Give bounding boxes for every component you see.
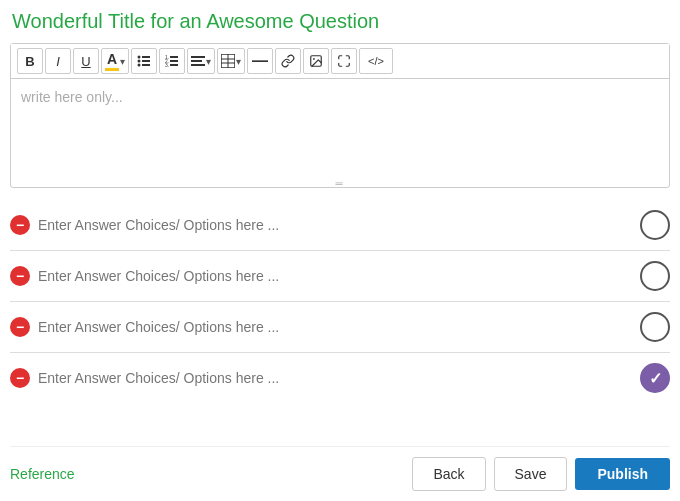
- remove-answer-2-button[interactable]: −: [10, 266, 30, 286]
- svg-rect-12: [191, 56, 205, 58]
- answer-input-3[interactable]: [38, 319, 632, 335]
- radio-circle-3[interactable]: [640, 312, 670, 342]
- question-title: Wonderful Title for an Awesome Question: [10, 10, 670, 33]
- align-button[interactable]: ▾: [187, 48, 215, 74]
- table-icon: [221, 54, 235, 68]
- svg-rect-1: [142, 56, 150, 58]
- svg-text:3.: 3.: [165, 62, 169, 68]
- unordered-list-button[interactable]: [131, 48, 157, 74]
- answer-input-2[interactable]: [38, 268, 632, 284]
- link-button[interactable]: [275, 48, 301, 74]
- svg-rect-14: [191, 64, 205, 66]
- answer-input-1[interactable]: [38, 217, 632, 233]
- editor-resize-handle[interactable]: ═: [11, 179, 669, 187]
- footer: Reference Back Save Publish: [10, 446, 670, 501]
- image-button[interactable]: [303, 48, 329, 74]
- ordered-list-icon: 1. 2. 3.: [165, 54, 179, 68]
- fullscreen-icon: [337, 54, 351, 68]
- answer-row: −: [10, 200, 670, 251]
- image-icon: [309, 54, 323, 68]
- answer-row: −: [10, 353, 670, 403]
- answer-input-4[interactable]: [38, 370, 632, 386]
- code-button[interactable]: </>: [359, 48, 393, 74]
- remove-answer-4-button[interactable]: −: [10, 368, 30, 388]
- answer-row: −: [10, 251, 670, 302]
- table-button[interactable]: ▾: [217, 48, 245, 74]
- remove-answer-1-button[interactable]: −: [10, 215, 30, 235]
- page-container: Wonderful Title for an Awesome Question …: [0, 0, 680, 501]
- footer-buttons: Back Save Publish: [412, 457, 670, 491]
- editor-toolbar: B I U A ▾: [11, 44, 669, 79]
- svg-rect-5: [142, 64, 150, 66]
- svg-rect-7: [170, 56, 178, 58]
- svg-rect-9: [170, 60, 178, 62]
- svg-point-4: [138, 64, 141, 67]
- svg-point-0: [138, 56, 141, 59]
- back-button[interactable]: Back: [412, 457, 485, 491]
- ordered-list-button[interactable]: 1. 2. 3.: [159, 48, 185, 74]
- align-icon: [191, 54, 205, 68]
- svg-rect-3: [142, 60, 150, 62]
- font-color-button[interactable]: A ▾: [101, 48, 129, 74]
- link-icon: [281, 54, 295, 68]
- radio-circle-1[interactable]: [640, 210, 670, 240]
- underline-button[interactable]: U: [73, 48, 99, 74]
- editor-body[interactable]: write here only...: [11, 79, 669, 179]
- svg-rect-11: [170, 64, 178, 66]
- unordered-list-icon: [137, 54, 151, 68]
- reference-link[interactable]: Reference: [10, 466, 75, 482]
- answer-choices: − − − −: [10, 200, 670, 403]
- svg-point-20: [313, 58, 315, 60]
- editor-placeholder: write here only...: [21, 89, 123, 105]
- save-button[interactable]: Save: [494, 457, 568, 491]
- publish-button[interactable]: Publish: [575, 458, 670, 490]
- svg-point-2: [138, 60, 141, 63]
- remove-answer-3-button[interactable]: −: [10, 317, 30, 337]
- radio-circle-4[interactable]: [640, 363, 670, 393]
- answer-row: −: [10, 302, 670, 353]
- radio-circle-2[interactable]: [640, 261, 670, 291]
- fullscreen-button[interactable]: [331, 48, 357, 74]
- bold-button[interactable]: B: [17, 48, 43, 74]
- italic-button[interactable]: I: [45, 48, 71, 74]
- color-indicator: [105, 68, 119, 71]
- editor-container: B I U A ▾: [10, 43, 670, 188]
- horizontal-rule-button[interactable]: —: [247, 48, 273, 74]
- svg-rect-13: [191, 60, 202, 62]
